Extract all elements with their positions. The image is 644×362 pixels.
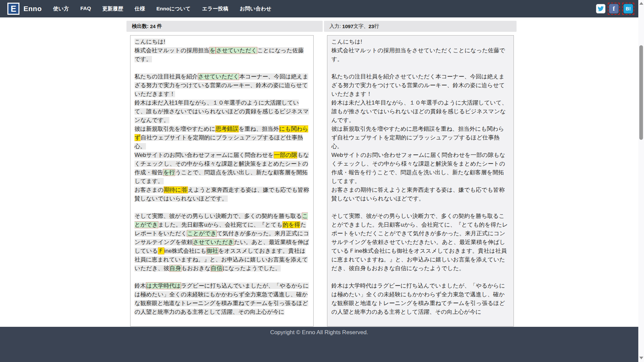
detection-count-bar: 検出数: 24 件 — [126, 21, 323, 32]
output-text: 私たちの注目社員を紹介 — [135, 73, 198, 80]
nav-item-faq[interactable]: FAQ — [80, 5, 91, 12]
output-text: ました。先日顧客uから、会社宛てに、『とても — [158, 222, 282, 228]
error-highlight-yellow[interactable]: 思考錯誤 — [215, 125, 239, 132]
output-text: を重ね、担当外 — [239, 126, 279, 132]
input-paragraph: こんにちは! 株式会社マルットの採用担当をさせていただくことになった佐藤です。 — [331, 38, 509, 64]
input-char-unit: 文字、 — [354, 23, 369, 29]
detection-count-unit: 件 — [157, 23, 162, 29]
hatena-button-outline: B! — [622, 3, 634, 15]
social-icons: f B! — [596, 0, 634, 17]
error-highlight-green[interactable]: 自身 — [169, 265, 181, 272]
error-highlight-yellow[interactable]: Ｆ — [158, 247, 164, 254]
facebook-button-outline: f — [608, 3, 620, 15]
input-stats-label: 入力: — [329, 23, 341, 29]
output-text: 本コーナー、今回は絶えまざる努力で実力をつけている営業のルーキー、鈴木の姿に迫ら… — [135, 73, 309, 132]
output-paragraph: 私たちの注目社員を紹介させていただく本コーナー、今回は絶えまざる努力で実力をつけ… — [135, 72, 309, 203]
nav-item-error-report[interactable]: エラー投稿 — [202, 5, 228, 12]
brand-title[interactable]: Enno — [23, 5, 42, 13]
error-highlight-green[interactable]: 自信 — [211, 265, 223, 272]
output-text: 鈴木 — [135, 283, 146, 289]
scrollbar-down-arrow-icon[interactable] — [639, 357, 643, 359]
input-paragraph: そして実際、彼がその男らしい決断力で、多くの契約を勝ち取ることができました。先日… — [331, 212, 509, 273]
output-paragraph: そして実際、彼がその男らしい決断力で、多くの契約を勝ち取ることができました。先日… — [135, 212, 309, 273]
enno-logo[interactable]: E — [7, 3, 19, 15]
navbar: E Enno 使い方 FAQ 更新履歴 仕様 Ennoについて エラー投稿 お問… — [0, 0, 638, 17]
output-text: もおおきな — [181, 265, 211, 272]
enno-logo-letter: E — [11, 4, 16, 14]
error-highlight-yellow[interactable]: 一部の隙 — [274, 152, 297, 159]
error-highlight-green[interactable]: させていただき — [193, 239, 234, 246]
error-highlight-green[interactable]: 御社 — [206, 247, 218, 254]
error-highlight-green[interactable]: は大学時代は — [146, 282, 181, 289]
nav-menu: 使い方 FAQ 更新履歴 仕様 Ennoについて エラー投稿 お問い合わせ — [53, 5, 272, 12]
input-paragraph: 鈴木は大学時代はラグビーに打ち込んでいましたが、「やるからには極めたい」全くの未… — [331, 282, 509, 316]
detection-count-value: 24 — [150, 23, 156, 29]
nav-item-contact[interactable]: お問い合わせ — [240, 5, 271, 12]
footer: Copyright © Enno All Rights Reserved. — [0, 327, 638, 362]
output-paragraph: 鈴木は大学時代はラグビーに打ち込んでいましたが、「やるからには極めたい」全くの未… — [135, 282, 309, 316]
output-text: こんにちは! 株式会社マルットの採用担当 — [135, 39, 209, 54]
input-line-count: 23 — [369, 23, 374, 29]
error-highlight-yellow[interactable]: 答 — [181, 186, 188, 193]
copyright-text: Copyright © Enno All Rights Reserved. — [0, 327, 638, 336]
input-paragraph: 私たちの注目社員を紹介させていただく本コーナー、今回は絶えまざる努力で実力をつけ… — [331, 72, 509, 203]
nav-item-spec[interactable]: 仕様 — [135, 5, 145, 12]
page-scrollbar[interactable] — [638, 0, 644, 362]
output-paragraph: こんにちは! 株式会社マルットの採用担当をさせていただくことになった佐藤です。 — [135, 38, 309, 64]
error-highlight-yellow[interactable]: 期待に — [164, 186, 181, 193]
nav-item-usage[interactable]: 使い方 — [53, 5, 69, 12]
output-text: そして実際、彼がその男らしい決断力で、多くの契約を勝ち取る — [135, 213, 302, 219]
error-highlight-green[interactable]: を — [209, 47, 216, 54]
error-highlight-green[interactable]: させていただく — [216, 47, 257, 54]
input-textarea[interactable]: こんにちは! 株式会社マルットの採用担当をさせていただくことになった佐藤です。私… — [327, 35, 514, 326]
facebook-f-icon: f — [613, 5, 615, 12]
error-highlight-yellow[interactable]: 的を得 — [282, 221, 300, 228]
hatena-bookmark-button[interactable]: B! — [624, 4, 633, 13]
output-text: ine株式会社にも — [164, 248, 206, 254]
nav-item-about[interactable]: Ennoについて — [156, 5, 191, 12]
error-highlight-green[interactable]: させていただく — [198, 73, 239, 80]
nav-item-changelog[interactable]: 更新履歴 — [102, 5, 123, 12]
page: E Enno 使い方 FAQ 更新履歴 仕様 Ennoについて エラー投稿 お問… — [0, 0, 644, 362]
input-char-count: 1097 — [342, 23, 353, 29]
output-panel: こんにちは! 株式会社マルットの採用担当をさせていただくことになった佐藤です。私… — [130, 35, 314, 326]
output-text: になったようでした。 — [223, 265, 281, 272]
scrollbar-thumb[interactable] — [639, 45, 643, 140]
input-line-unit: 行 — [374, 23, 379, 29]
detection-count-label: 検出数: — [132, 23, 149, 29]
error-highlight-green[interactable]: を行 — [163, 169, 175, 176]
twitter-bird-icon — [598, 6, 604, 12]
twitter-share-button[interactable] — [596, 4, 605, 13]
facebook-share-button[interactable]: f — [609, 4, 619, 13]
hatena-b-icon: B! — [626, 6, 631, 11]
error-highlight-green[interactable]: ことができ — [187, 230, 217, 237]
input-stats-bar: 入力: 1097 文字、 23 行 — [324, 21, 517, 32]
scrollbar-up-arrow-icon[interactable] — [639, 2, 643, 5]
